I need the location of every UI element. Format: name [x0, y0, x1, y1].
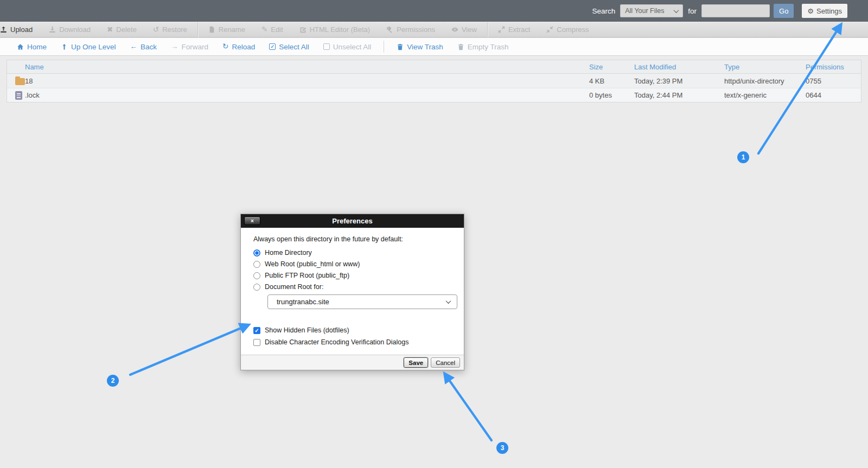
go-button[interactable]: Go: [774, 4, 794, 18]
nav-back[interactable]: ←Back: [123, 43, 164, 51]
html-editor-icon: [299, 26, 307, 33]
toolbar-item-label: Upload: [10, 25, 33, 34]
nav-empty-trash[interactable]: Empty Trash: [450, 43, 516, 51]
checkbox-option-disable-character-encoding-verification-dialogs[interactable]: Disable Character Encoding Verification …: [253, 338, 464, 346]
dialog-intro-text: Always open this directory in the future…: [253, 235, 464, 243]
cancel-button[interactable]: Cancel: [431, 357, 460, 368]
top-search-bar: Search All Your Files for Go ⚙ Settings: [0, 0, 868, 22]
column-size[interactable]: Size: [589, 63, 634, 71]
nav-item-label: Up One Level: [71, 43, 116, 51]
nav-home[interactable]: Home: [10, 43, 54, 51]
settings-button[interactable]: ⚙ Settings: [802, 4, 847, 18]
toolbar-item-label: Compress: [557, 25, 589, 34]
toolbar-extract[interactable]: Extract: [490, 25, 538, 34]
size-cell: 4 KB: [589, 77, 634, 85]
annotation-arrow-3: [445, 375, 492, 440]
toolbar-html-editor-beta[interactable]: HTML Editor (Beta): [291, 25, 379, 34]
toolbar-item-label: HTML Editor (Beta): [310, 25, 371, 34]
search-input[interactable]: [701, 4, 770, 17]
toolbar-item-label: View: [462, 25, 477, 34]
nav-view-trash[interactable]: View Trash: [390, 43, 450, 51]
upload-icon: [0, 26, 7, 33]
radio-option-label: Public FTP Root (public_ftp): [265, 272, 349, 279]
table-row[interactable]: .lock0 bytesToday, 2:44 PMtext/x-generic…: [7, 88, 861, 102]
column-last-modified[interactable]: Last Modified: [634, 63, 724, 71]
column-permissions[interactable]: Permissions: [806, 63, 861, 71]
checkbox-unchecked-icon: [253, 339, 260, 346]
nav-up-one-level[interactable]: Up One Level: [54, 43, 123, 51]
radio-unselected-icon: [253, 272, 260, 279]
nav-reload[interactable]: ↻Reload: [215, 43, 262, 51]
radio-option-document-root-for[interactable]: Document Root for:: [253, 283, 464, 291]
toolbar-divider: [197, 22, 198, 37]
preferences-dialog: × Preferences Always open this directory…: [240, 214, 464, 370]
toolbar-item-label: Restore: [162, 25, 187, 34]
key-icon: [386, 26, 393, 33]
nav-item-label: Unselect All: [333, 43, 372, 51]
navigation-bar: HomeUp One Level←Back→Forward↻ReloadSele…: [0, 37, 868, 56]
arrow-left-icon: ←: [130, 43, 138, 50]
document-icon: [15, 91, 22, 100]
toolbar-item-label: Download: [59, 25, 91, 34]
toolbar-delete[interactable]: ✖Delete: [99, 25, 145, 34]
eye-icon: [451, 26, 458, 33]
toolbar-download[interactable]: Download: [41, 25, 99, 34]
column-name[interactable]: Name: [25, 63, 589, 71]
toolbar-view[interactable]: View: [443, 25, 485, 34]
pencil-icon: ✎: [261, 26, 267, 34]
nav-item-label: Home: [27, 43, 47, 51]
toolbar-edit[interactable]: ✎Edit: [253, 25, 291, 34]
checkbox-option-label: Show Hidden Files (dotfiles): [265, 326, 349, 334]
nav-item-label: Select All: [279, 43, 309, 51]
table-row[interactable]: 184 KBToday, 2:39 PMhttpd/unix-directory…: [7, 74, 861, 88]
name-cell: .lock: [25, 91, 589, 99]
search-scope-value: All Your Files: [625, 7, 664, 15]
search-scope-select[interactable]: All Your Files: [620, 4, 683, 17]
toolbar-restore[interactable]: ↺Restore: [145, 25, 195, 34]
toolbar-upload[interactable]: Upload: [0, 25, 41, 34]
table-header: Name Size Last Modified Type Permissions: [7, 60, 861, 74]
reload-icon: ↻: [222, 43, 228, 50]
nav-forward[interactable]: →Forward: [164, 43, 215, 51]
toolbar-item-label: Edit: [271, 25, 283, 34]
radio-option-home-directory[interactable]: Home Directory: [253, 249, 464, 257]
radio-unselected-icon: [253, 261, 260, 268]
radio-unselected-icon: [253, 284, 260, 291]
toolbar: UploadDownload✖Delete↺RestoreRename✎Edit…: [0, 22, 868, 37]
nav-unselect-all[interactable]: Unselect All: [316, 43, 379, 51]
checkbox-option-show-hidden-files-dotfiles[interactable]: Show Hidden Files (dotfiles): [253, 326, 464, 334]
extract-icon: [498, 26, 505, 33]
nav-item-label: View Trash: [407, 43, 443, 51]
arrow-right-icon: →: [171, 43, 178, 50]
trash-icon: [397, 43, 404, 50]
dialog-footer: Save Cancel: [241, 355, 464, 370]
name-cell: 18: [25, 77, 589, 85]
up-one-level-icon: [61, 43, 68, 50]
file-table: Name Size Last Modified Type Permissions…: [7, 60, 861, 102]
modified-cell: Today, 2:44 PM: [634, 91, 724, 99]
document-root-select[interactable]: trungtranabc.site: [267, 294, 457, 309]
annotation-arrow-2: [130, 325, 247, 375]
row-icon-cell: [7, 76, 25, 85]
close-button[interactable]: ×: [244, 216, 260, 225]
radio-option-web-root-public-html-or-www[interactable]: Web Root (public_html or www): [253, 260, 464, 268]
radio-option-public-ftp-root-public-ftp[interactable]: Public FTP Root (public_ftp): [253, 272, 464, 279]
search-for-label: for: [688, 7, 697, 15]
radio-option-label: Home Directory: [265, 249, 312, 257]
toolbar-permissions[interactable]: Permissions: [378, 25, 443, 34]
nav-item-label: Reload: [232, 43, 255, 51]
nav-item-label: Back: [141, 43, 157, 51]
annotation-step-2: 2: [107, 375, 119, 387]
radio-selected-icon: [253, 249, 260, 257]
download-icon: [49, 26, 56, 33]
permissions-cell: 0755: [806, 77, 861, 85]
checkbox-checked-icon: [269, 43, 276, 50]
gear-icon: ⚙: [807, 8, 814, 15]
column-type[interactable]: Type: [724, 63, 806, 71]
toolbar-compress[interactable]: Compress: [538, 25, 597, 34]
save-button[interactable]: Save: [404, 357, 428, 368]
toolbar-item-label: Permissions: [397, 25, 435, 34]
toolbar-rename[interactable]: Rename: [200, 25, 253, 34]
nav-select-all[interactable]: Select All: [262, 43, 316, 51]
nav-item-label: Forward: [182, 43, 209, 51]
